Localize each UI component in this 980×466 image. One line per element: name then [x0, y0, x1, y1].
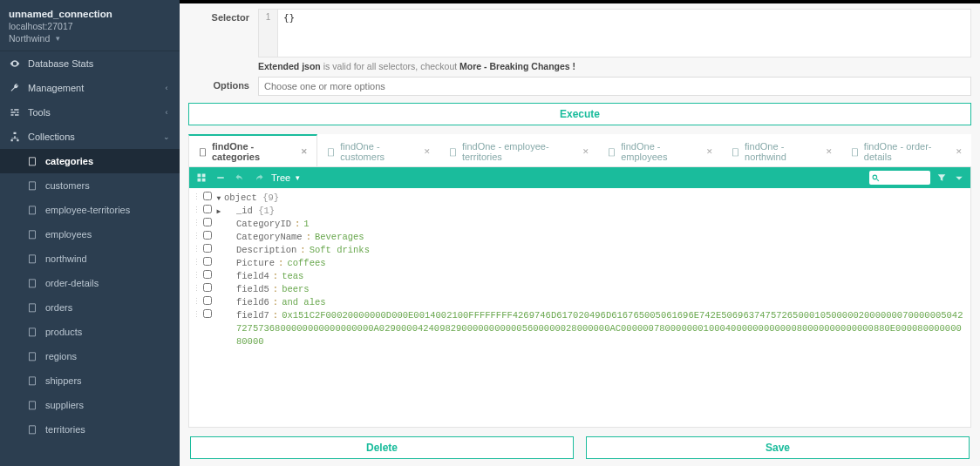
drag-handle-icon[interactable]: ⋮⋮ [193, 192, 201, 205]
book-icon [26, 423, 38, 436]
tab-findone---employees[interactable]: findOne - employees ✕ [598, 134, 722, 166]
book-icon [326, 147, 336, 157]
drag-handle-icon[interactable]: ⋮⋮ [193, 244, 201, 257]
row-checkbox[interactable] [201, 270, 214, 283]
selector-hint: Extended json is valid for all selectors… [258, 61, 971, 71]
close-icon[interactable]: ✕ [706, 147, 713, 156]
row-checkbox[interactable] [201, 309, 214, 322]
drag-handle-icon[interactable]: ⋮⋮ [193, 309, 201, 322]
nav-item-management[interactable]: Management ‹ [0, 76, 180, 100]
undo-icon[interactable] [233, 171, 247, 185]
hint-link[interactable]: More - Breaking Changes ! [459, 61, 575, 71]
row-checkbox[interactable] [201, 283, 214, 296]
sidebar-item-products[interactable]: products [0, 320, 180, 344]
sidebar-item-customers[interactable]: customers [0, 173, 180, 198]
connection-db-selector[interactable]: Northwind ▾ [9, 33, 171, 44]
tree-content: field4:teas [236, 270, 967, 283]
editor-gutter: 1 [259, 10, 278, 57]
drag-handle-icon[interactable]: ⋮⋮ [193, 270, 201, 283]
row-checkbox[interactable] [201, 192, 214, 205]
view-mode-selector[interactable]: Tree ▾ [271, 172, 302, 183]
row-checkbox[interactable] [201, 257, 214, 270]
execute-button[interactable]: Execute [188, 103, 971, 125]
sidebar-item-regions[interactable]: regions [0, 344, 180, 368]
chevron-right-icon[interactable]: ▶ [214, 205, 224, 218]
tree-row: ⋮⋮ ▶ _id {1} [193, 205, 967, 218]
tree-content: Description:Soft drinks [236, 244, 967, 257]
sidebar-item-shippers[interactable]: shippers [0, 368, 180, 393]
tab-label: findOne - employees [621, 141, 700, 162]
filter-icon[interactable] [936, 172, 948, 184]
book-icon [198, 147, 208, 157]
tab-findone---order-details[interactable]: findOne - order-details ✕ [841, 134, 971, 166]
tree-row: ⋮⋮ field5:beers [193, 283, 967, 296]
book-icon [26, 301, 38, 314]
sidebar-item-employee-territories[interactable]: employee-territories [0, 198, 180, 222]
connection-host: localhost:27017 [9, 21, 171, 31]
results-toolbar: Tree ▾ [189, 167, 970, 188]
selector-label: Selector [188, 9, 249, 23]
close-icon[interactable]: ✕ [424, 147, 431, 156]
wrench-icon [9, 82, 21, 94]
collection-label: territories [45, 424, 171, 435]
expand-all-icon[interactable] [194, 171, 208, 185]
sliders-icon [9, 106, 21, 118]
hint-text: is valid for all selectors, checkout [321, 61, 459, 71]
close-icon[interactable]: ✕ [582, 147, 589, 156]
sidebar-item-order-details[interactable]: order-details [0, 271, 180, 295]
row-checkbox[interactable] [201, 296, 214, 309]
chevron-down-icon: ▾ [53, 34, 62, 43]
sidebar-item-suppliers[interactable]: suppliers [0, 393, 180, 417]
row-checkbox[interactable] [201, 218, 214, 231]
chevron-down-icon[interactable]: ▼ [214, 192, 224, 205]
nav-item-database-stats[interactable]: Database Stats [0, 51, 180, 76]
row-checkbox[interactable] [201, 205, 214, 218]
drag-handle-icon[interactable]: ⋮⋮ [193, 218, 201, 231]
eye-icon [9, 57, 21, 70]
chevron-left-icon: ‹ [162, 84, 171, 92]
delete-button[interactable]: Delete [190, 436, 574, 459]
drag-handle-icon[interactable]: ⋮⋮ [193, 205, 201, 218]
book-icon [26, 179, 38, 192]
drag-handle-icon[interactable]: ⋮⋮ [193, 231, 201, 244]
sidebar-item-orders[interactable]: orders [0, 295, 180, 320]
selector-editor[interactable]: 1 {} [258, 9, 971, 57]
close-icon[interactable]: ✕ [956, 147, 963, 156]
row-checkbox[interactable] [201, 244, 214, 257]
close-icon[interactable]: ✕ [826, 147, 833, 156]
collapse-panel-icon[interactable] [953, 172, 965, 184]
nav-label: Tools [28, 107, 155, 118]
tab-findone---employee-territories[interactable]: findOne - employee-territories ✕ [439, 134, 598, 166]
close-icon[interactable]: ✕ [301, 147, 308, 156]
row-checkbox[interactable] [201, 231, 214, 244]
tree-row: ⋮⋮ field4:teas [193, 270, 967, 283]
search-icon [872, 174, 880, 182]
collapse-all-icon[interactable] [214, 171, 228, 185]
redo-icon[interactable] [252, 171, 266, 185]
book-icon [26, 350, 38, 362]
tab-findone---categories[interactable]: findOne - categories ✕ [188, 134, 317, 166]
book-icon [26, 326, 38, 338]
options-input[interactable] [258, 77, 971, 96]
sidebar-item-categories[interactable]: categories [0, 149, 180, 173]
drag-handle-icon[interactable]: ⋮⋮ [193, 257, 201, 270]
sidebar-item-territories[interactable]: territories [0, 417, 180, 442]
results-body: ⋮⋮ ▼ object {9}⋮⋮ ▶ _id {1}⋮⋮ CategoryID… [189, 188, 970, 427]
nav-label: Database Stats [28, 58, 171, 69]
nav-item-tools[interactable]: Tools ‹ [0, 100, 180, 125]
book-icon [26, 155, 38, 167]
sidebar-item-employees[interactable]: employees [0, 222, 180, 247]
tab-findone---northwind[interactable]: findOne - northwind ✕ [722, 134, 841, 166]
result-tabs: findOne - categories ✕ findOne - custome… [188, 134, 971, 167]
nav-label: Management [28, 83, 155, 93]
sidebar-item-northwind[interactable]: northwind [0, 247, 180, 271]
main-panel: Selector 1 {} Extended json is valid for… [180, 0, 980, 466]
drag-handle-icon[interactable]: ⋮⋮ [193, 296, 201, 309]
drag-handle-icon[interactable]: ⋮⋮ [193, 283, 201, 296]
tab-findone---customers[interactable]: findOne - customers ✕ [317, 134, 439, 166]
tab-label: findOne - categories [212, 141, 295, 162]
nav-item-collections[interactable]: Collections ⌄ [0, 125, 180, 149]
save-button[interactable]: Save [586, 436, 970, 459]
book-icon [731, 147, 740, 157]
selector-code[interactable]: {} [278, 10, 970, 57]
